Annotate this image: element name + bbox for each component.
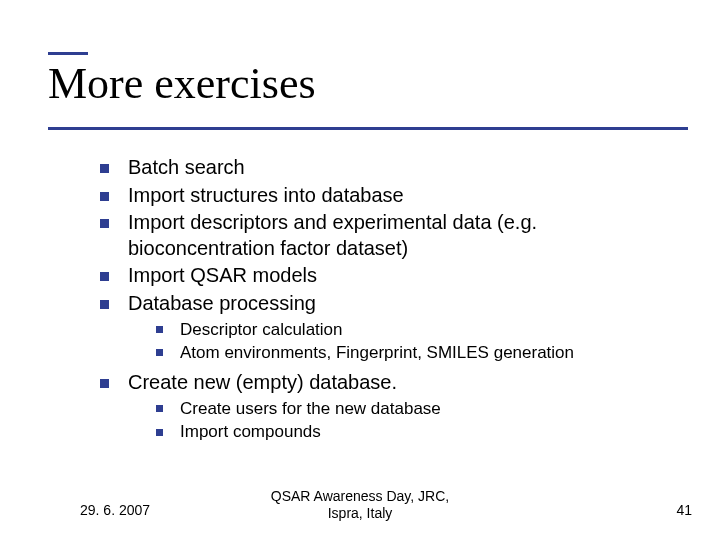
slide-title: More exercises bbox=[48, 60, 316, 108]
bullet-text: Import compounds bbox=[180, 422, 321, 441]
title-wrap: More exercises bbox=[48, 60, 316, 108]
square-bullet-icon bbox=[100, 192, 109, 201]
square-bullet-icon bbox=[100, 300, 109, 309]
footer-center-line2: Ispra, Italy bbox=[328, 505, 393, 521]
footer-center-line1: QSAR Awareness Day, JRC, bbox=[271, 488, 449, 504]
sub-list: Descriptor calculation Atom environments… bbox=[156, 319, 660, 365]
square-bullet-icon bbox=[100, 272, 109, 281]
bullet-list: Batch search Import structures into data… bbox=[100, 155, 660, 443]
bullet-text: Database processing bbox=[128, 292, 316, 314]
list-item: Import structures into database bbox=[100, 183, 660, 209]
list-item: Batch search bbox=[100, 155, 660, 181]
sub-list: Create users for the new database Import… bbox=[156, 398, 660, 444]
bullet-text: Import descriptors and experimental data… bbox=[128, 211, 537, 259]
square-bullet-icon bbox=[156, 326, 163, 333]
list-item: Import QSAR models bbox=[100, 263, 660, 289]
square-bullet-icon bbox=[156, 429, 163, 436]
bullet-text: Import QSAR models bbox=[128, 264, 317, 286]
square-bullet-icon bbox=[100, 219, 109, 228]
title-rule-bottom bbox=[48, 127, 688, 130]
footer-center: QSAR Awareness Day, JRC, Ispra, Italy bbox=[0, 488, 720, 522]
title-rule-top bbox=[48, 52, 88, 55]
square-bullet-icon bbox=[156, 349, 163, 356]
list-item: Database processing Descriptor calculati… bbox=[100, 291, 660, 364]
bullet-text: Batch search bbox=[128, 156, 245, 178]
bullet-text: Atom environments, Fingerprint, SMILES g… bbox=[180, 343, 574, 362]
square-bullet-icon bbox=[100, 379, 109, 388]
list-item: Create users for the new database bbox=[156, 398, 660, 420]
bullet-text: Descriptor calculation bbox=[180, 320, 343, 339]
list-item: Create new (empty) database. Create user… bbox=[100, 370, 660, 443]
list-item: Descriptor calculation bbox=[156, 319, 660, 341]
slide: More exercises Batch search Import struc… bbox=[0, 0, 720, 540]
list-item: Import descriptors and experimental data… bbox=[100, 210, 660, 261]
bullet-text: Import structures into database bbox=[128, 184, 404, 206]
bullet-text: Create new (empty) database. bbox=[128, 371, 397, 393]
list-item: Atom environments, Fingerprint, SMILES g… bbox=[156, 342, 660, 364]
body: Batch search Import structures into data… bbox=[100, 155, 660, 449]
square-bullet-icon bbox=[156, 405, 163, 412]
footer-page-number: 41 bbox=[676, 502, 692, 518]
list-item: Import compounds bbox=[156, 421, 660, 443]
square-bullet-icon bbox=[100, 164, 109, 173]
bullet-text: Create users for the new database bbox=[180, 399, 441, 418]
